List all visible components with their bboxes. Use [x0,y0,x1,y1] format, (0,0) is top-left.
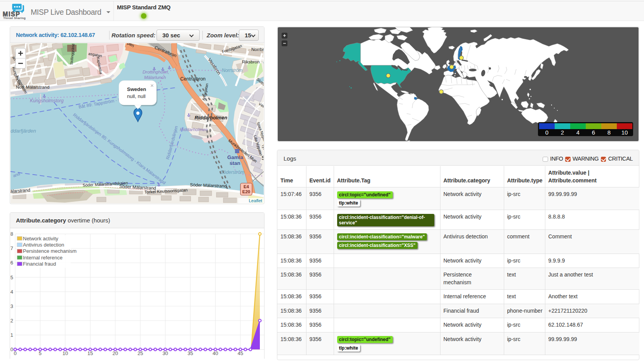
svg-text:E20: E20 [242,189,250,194]
svg-text:Kungsholmstorg: Kungsholmstorg [30,98,64,103]
svg-text:25: 25 [138,350,143,356]
svg-text:5: 5 [39,350,42,356]
svg-text:Internal reference: Internal reference [23,255,63,261]
svg-text:45: 45 [238,350,243,356]
svg-text:Riksbron: Riksbron [242,60,259,64]
svg-text:S: S [261,154,264,161]
svg-text:Antivirus detection: Antivirus detection [23,242,64,248]
svg-text:Threat Sharing: Threat Sharing [3,16,26,20]
svg-text:Riddarholmen: Riddarholmen [195,115,227,121]
svg-text:Leaflet: Leaflet [249,198,262,203]
svg-text:null, null: null, null [127,93,146,99]
svg-text:Sweden: Sweden [127,86,146,92]
svg-text:8: 8 [10,231,13,237]
svg-text:4: 4 [576,129,580,136]
svg-text:0: 0 [14,350,16,356]
svg-text:Mälarlunch: Mälarlunch [144,75,166,80]
svg-text:10: 10 [63,350,68,356]
svg-text:Persistence mechanism: Persistence mechanism [23,248,77,254]
svg-text:stan: stan [230,160,240,166]
svg-text:ddarfjärden: ddarfjärden [10,128,36,134]
svg-text:×: × [150,82,154,89]
svg-text:Financial fraud: Financial fraud [23,261,56,267]
svg-text:6: 6 [10,260,13,266]
svg-text:5: 5 [10,275,13,280]
svg-text:4: 4 [10,289,13,295]
svg-text:10: 10 [621,129,628,136]
svg-text:30: 30 [162,350,168,356]
svg-text:Norrbr: Norrbr [251,47,264,52]
svg-text:3: 3 [10,303,13,309]
svg-text:15: 15 [87,350,93,356]
svg-text:E4: E4 [244,184,249,189]
svg-text:20: 20 [112,350,118,356]
svg-text:Drottingholm,: Drottingholm, [143,70,169,74]
svg-text:Riddarholmen: Riddarholmen [180,127,208,132]
svg-text:8: 8 [607,129,611,136]
svg-text:0: 0 [545,129,548,136]
svg-text:40: 40 [212,350,218,356]
svg-text:Network activity: Network activity [23,236,59,242]
svg-text:0: 0 [10,346,13,352]
svg-text:2: 2 [561,129,564,136]
svg-text:7: 7 [10,245,13,251]
svg-text:Söderström: Söderström [220,170,244,175]
svg-text:1: 1 [10,332,13,338]
svg-text:6: 6 [592,129,595,136]
svg-text:Norrström: Norrström [222,68,242,73]
svg-text:Gamla: Gamla [227,154,244,160]
svg-text:2: 2 [10,318,13,324]
svg-text:35: 35 [188,350,193,356]
svg-text:Centralbron: Centralbron [180,76,205,82]
